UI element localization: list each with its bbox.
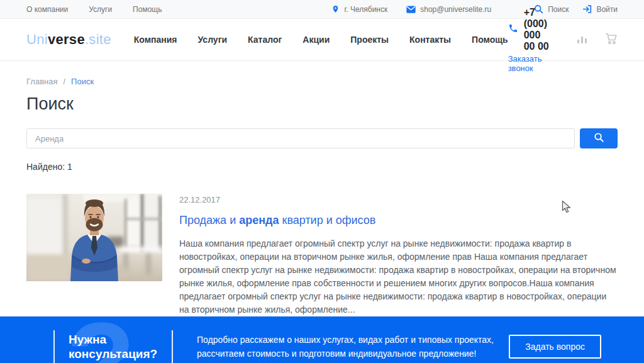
breadcrumb-separator: /	[63, 77, 65, 86]
result-title-before: Продажа и	[179, 214, 239, 226]
page-title: Поиск	[26, 94, 618, 114]
logo-part-domain: .site	[85, 31, 111, 47]
nav-item-projects[interactable]: Проекты	[350, 35, 389, 45]
topbar-right: г. Челябинск shop@universelite.ru Поиск …	[331, 4, 618, 14]
main-header: Universe.site Компания Услуги Каталог Ак…	[0, 19, 644, 61]
nav-item-services[interactable]: Услуги	[198, 35, 228, 45]
nav-item-contacts[interactable]: Контакты	[409, 35, 451, 45]
businessman-photo	[26, 194, 162, 281]
banner-heading-line1: Нужна	[69, 333, 106, 346]
search-submit-icon	[594, 132, 604, 145]
banner-heading: Нужна консультация?	[69, 332, 164, 361]
bar-chart-icon[interactable]	[577, 33, 587, 47]
login-arrow-icon	[582, 4, 592, 14]
result-description: Наша компания предлагает огромный спектр…	[179, 237, 618, 316]
result-thumbnail[interactable]	[26, 194, 162, 281]
site-logo[interactable]: Universe.site	[26, 31, 111, 48]
result-date: 22.12.2017	[179, 195, 618, 204]
result-title-highlight: аренда	[239, 214, 279, 226]
breadcrumb-home[interactable]: Главная	[26, 77, 57, 86]
result-body: 22.12.2017 Продажа и аренда квартир и оф…	[179, 194, 618, 316]
search-result-item: 22.12.2017 Продажа и аренда квартир и оф…	[26, 194, 618, 316]
page-root: О компании Услуги Помощь г. Челябинск sh…	[0, 0, 644, 363]
header-icons	[577, 33, 618, 47]
results-count: Найдено: 1	[26, 162, 618, 172]
ask-question-button[interactable]: Задать вопрос	[509, 335, 601, 359]
email-link[interactable]: shop@universelite.ru	[406, 5, 491, 14]
topbar-link-help[interactable]: Помощь	[133, 5, 162, 14]
search-row	[26, 128, 618, 148]
nav-item-help[interactable]: Помощь	[472, 35, 508, 45]
logo-part-dark: verse	[48, 31, 85, 47]
envelope-icon	[406, 6, 416, 13]
topbar-link-about[interactable]: О компании	[26, 5, 68, 14]
login-label: Войти	[596, 5, 618, 14]
main-nav: Компания Услуги Каталог Акции Проекты Ко…	[134, 35, 508, 45]
breadcrumb: Главная / Поиск	[26, 77, 618, 86]
result-title-link[interactable]: Продажа и аренда квартир и офисов	[179, 214, 618, 227]
topbar-search-label: Поиск	[548, 5, 569, 14]
nav-item-company[interactable]: Компания	[134, 35, 177, 45]
location-pin-icon	[331, 4, 340, 14]
city-selector[interactable]: г. Челябинск	[331, 4, 387, 14]
result-title-after: квартир и офисов	[279, 214, 376, 226]
content-area: Главная / Поиск Поиск Найдено: 1	[0, 61, 644, 316]
banner-text: Подробно расскажем о наших услугах, вида…	[197, 333, 506, 360]
consultation-banner: ? Нужна консультация? Подробно расскажем…	[0, 316, 644, 363]
search-button[interactable]	[580, 128, 618, 148]
topbar-links: О компании Услуги Помощь	[26, 5, 162, 14]
nav-item-catalog[interactable]: Каталог	[248, 35, 282, 45]
nav-item-promos[interactable]: Акции	[303, 35, 330, 45]
city-label: г. Челябинск	[344, 5, 387, 14]
email-label: shop@universelite.ru	[420, 5, 491, 14]
shopping-cart-icon[interactable]	[605, 33, 618, 47]
banner-divider-right	[172, 330, 173, 363]
banner-heading-line2: консультация?	[69, 347, 157, 360]
breadcrumb-current: Поиск	[71, 77, 94, 86]
logo-part-light: Uni	[26, 31, 48, 47]
login-link[interactable]: Войти	[582, 4, 618, 14]
search-input[interactable]	[26, 128, 575, 148]
phone-icon	[508, 23, 518, 36]
topbar-link-services[interactable]: Услуги	[89, 5, 112, 14]
phone-number: +7 (000) 000 00 00	[524, 7, 550, 52]
phone-number-link[interactable]: +7 (000) 000 00 00	[508, 7, 550, 52]
banner-divider-left	[53, 330, 55, 363]
